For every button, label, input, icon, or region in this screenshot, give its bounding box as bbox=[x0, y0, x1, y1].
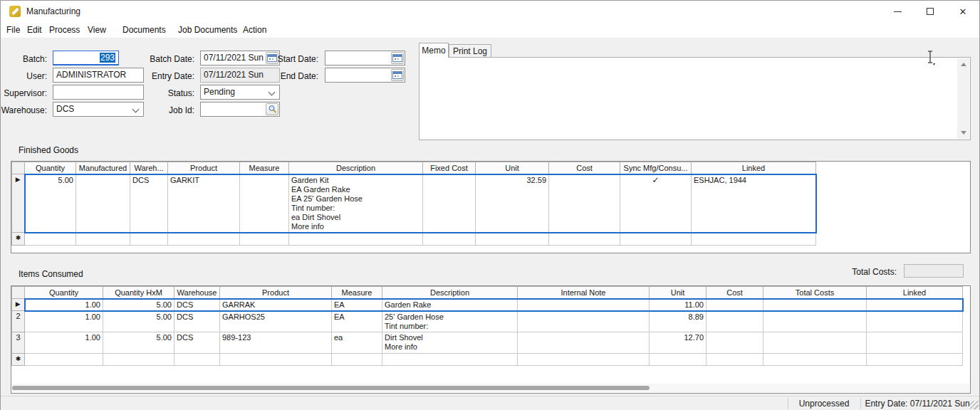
ic-cell-warehouse[interactable]: DCS bbox=[174, 299, 220, 311]
menu-job-documents[interactable]: Job Documents bbox=[178, 25, 237, 35]
scroll-down-button[interactable] bbox=[957, 127, 969, 139]
ic-cell-quantity-hxm[interactable]: 5.00 bbox=[103, 311, 174, 332]
ic-new-cell[interactable] bbox=[518, 354, 650, 366]
ic-col-unit[interactable]: Unit bbox=[650, 287, 707, 299]
ic-cell-total-costs[interactable] bbox=[763, 299, 867, 311]
ic-new-cell[interactable] bbox=[332, 354, 382, 366]
fg-cell-linked[interactable]: ESHJAC, 1944 bbox=[692, 174, 816, 233]
scroll-up-button[interactable] bbox=[957, 58, 969, 70]
ic-new-cell[interactable] bbox=[220, 354, 332, 366]
end-date-input[interactable] bbox=[325, 68, 405, 83]
ic-col-linked[interactable]: Linked bbox=[867, 287, 963, 299]
horizontal-scrollbar[interactable] bbox=[12, 384, 969, 392]
menu-view[interactable]: View bbox=[88, 25, 106, 35]
job-id-input[interactable] bbox=[200, 102, 280, 117]
ic-cell-internal-note[interactable] bbox=[518, 299, 650, 311]
ic-new-row-icon[interactable]: ✱ bbox=[12, 354, 25, 366]
ic-row-3-header[interactable]: 3 bbox=[12, 332, 25, 354]
fg-corner-cell[interactable] bbox=[12, 162, 25, 174]
ic-cell-linked[interactable] bbox=[867, 311, 963, 332]
ic-cell-cost[interactable] bbox=[707, 311, 763, 332]
ic-cell-warehouse[interactable]: DCS bbox=[174, 332, 220, 354]
ic-new-cell[interactable] bbox=[867, 354, 963, 366]
ic-col-quantity-hxm[interactable]: Quantity HxM bbox=[103, 287, 174, 299]
resize-grip-icon[interactable] bbox=[970, 401, 979, 409]
memo-scrollbar[interactable] bbox=[957, 58, 969, 139]
menu-action[interactable]: Action bbox=[243, 25, 266, 35]
job-id-lookup-button[interactable] bbox=[266, 103, 278, 115]
ic-new-cell[interactable] bbox=[382, 354, 518, 366]
fg-cell-manufactured[interactable] bbox=[76, 174, 130, 233]
ic-cell-quantity[interactable]: 1.00 bbox=[25, 311, 103, 332]
ic-cell-product[interactable]: GARHOS25 bbox=[220, 311, 332, 332]
ic-cell-product[interactable]: 989-123 bbox=[220, 332, 332, 354]
ic-cell-unit[interactable]: 11.00 bbox=[650, 299, 707, 311]
fg-col-manufactured[interactable]: Manufactured bbox=[76, 162, 130, 174]
ic-cell-cost[interactable] bbox=[707, 332, 763, 354]
fg-new-cell[interactable] bbox=[76, 233, 130, 246]
ic-col-measure[interactable]: Measure bbox=[332, 287, 382, 299]
ic-cell-warehouse[interactable]: DCS bbox=[174, 311, 220, 332]
ic-row-1-header current-row-icon[interactable]: ▶ bbox=[12, 299, 25, 311]
fg-new-cell[interactable] bbox=[25, 233, 76, 246]
ic-cell-linked[interactable] bbox=[867, 299, 963, 311]
fg-col-linked[interactable]: Linked bbox=[692, 162, 816, 174]
ic-col-product[interactable]: Product bbox=[220, 287, 332, 299]
ic-cell-internal-note[interactable] bbox=[518, 332, 650, 354]
ic-new-cell[interactable] bbox=[707, 354, 763, 366]
ic-new-cell[interactable] bbox=[103, 354, 174, 366]
ic-col-cost[interactable]: Cost bbox=[707, 287, 763, 299]
memo-textarea[interactable] bbox=[419, 57, 971, 140]
ic-cell-unit[interactable]: 8.89 bbox=[650, 311, 707, 332]
fg-cell-description[interactable]: Garden Kit EA Garden Rake EA 25' Garden … bbox=[289, 174, 423, 233]
ic-col-description[interactable]: Description bbox=[382, 287, 518, 299]
fg-new-cell[interactable] bbox=[289, 233, 423, 246]
ic-col-warehouse[interactable]: Warehouse bbox=[174, 287, 220, 299]
maximize-button[interactable] bbox=[914, 1, 947, 22]
ic-cell-description[interactable]: Dirt Shovel More info bbox=[382, 332, 518, 354]
fg-cell-product[interactable]: GARKIT bbox=[168, 174, 240, 233]
fg-col-fixed-cost[interactable]: Fixed Cost bbox=[423, 162, 476, 174]
fg-new-cell[interactable] bbox=[423, 233, 476, 246]
batch-input[interactable]: 293 bbox=[53, 51, 119, 65]
ic-cell-measure[interactable]: EA bbox=[332, 311, 382, 332]
ic-new-cell[interactable] bbox=[25, 354, 103, 366]
ic-cell-quantity[interactable]: 1.00 bbox=[25, 332, 103, 354]
fg-cell-measure[interactable] bbox=[240, 174, 289, 233]
ic-cell-unit[interactable]: 12.70 bbox=[650, 332, 707, 354]
start-date-calendar-button[interactable] bbox=[391, 52, 404, 64]
fg-new-cell[interactable] bbox=[168, 233, 240, 246]
ic-cell-quantity-hxm[interactable]: 5.00 bbox=[103, 299, 174, 311]
ic-cell-measure[interactable]: EA bbox=[332, 299, 382, 311]
fg-col-description[interactable]: Description bbox=[289, 162, 423, 174]
ic-new-cell[interactable] bbox=[763, 354, 867, 366]
ic-cell-product[interactable]: GARRAK bbox=[220, 299, 332, 311]
fg-new-cell[interactable] bbox=[692, 233, 816, 246]
fg-new-cell[interactable] bbox=[130, 233, 168, 246]
ic-new-cell[interactable] bbox=[650, 354, 707, 366]
ic-col-total-costs[interactable]: Total Costs bbox=[763, 287, 867, 299]
fg-new-cell[interactable] bbox=[620, 233, 692, 246]
tab-memo[interactable]: Memo bbox=[419, 43, 449, 58]
fg-col-unit[interactable]: Unit bbox=[476, 162, 549, 174]
status-select[interactable]: Pending bbox=[200, 85, 280, 100]
ic-cell-description[interactable]: 25' Garden Hose Tint number: bbox=[382, 311, 518, 332]
fg-cell-quantity[interactable]: 5.00 bbox=[25, 174, 76, 233]
fg-row-1-header current-row-icon[interactable]: ▶ bbox=[12, 174, 25, 233]
end-date-calendar-button[interactable] bbox=[391, 69, 404, 81]
tab-print-log[interactable]: Print Log bbox=[449, 44, 491, 57]
ic-cell-total-costs[interactable] bbox=[763, 332, 867, 354]
fg-cell-cost[interactable] bbox=[549, 174, 620, 233]
ic-cell-quantity[interactable]: 1.00 bbox=[25, 299, 103, 311]
ic-col-internal-note[interactable]: Internal Note bbox=[518, 287, 650, 299]
fg-new-cell[interactable] bbox=[240, 233, 289, 246]
fg-cell-fixed-cost[interactable] bbox=[423, 174, 476, 233]
fg-cell-warehouse[interactable]: DCS bbox=[130, 174, 168, 233]
fg-new-cell[interactable] bbox=[476, 233, 549, 246]
ic-new-cell[interactable] bbox=[174, 354, 220, 366]
minimize-button[interactable] bbox=[881, 1, 914, 22]
menu-file[interactable]: File bbox=[6, 25, 20, 35]
fg-new-row-icon[interactable]: ✱ bbox=[12, 233, 25, 246]
ic-cell-quantity-hxm[interactable]: 5.00 bbox=[103, 332, 174, 354]
fg-col-quantity[interactable]: Quantity bbox=[25, 162, 76, 174]
